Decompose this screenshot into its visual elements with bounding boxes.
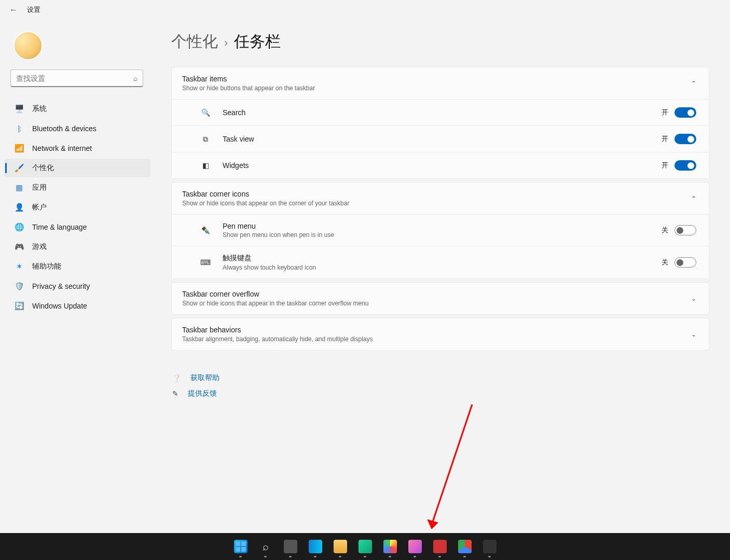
- section-desc: Show or hide icons that appear on the co…: [182, 200, 349, 207]
- search-icon: ⌕: [263, 541, 269, 553]
- nav-icon: 🖌️: [15, 163, 24, 173]
- app-icon: [408, 540, 422, 553]
- nav-icon: 🖥️: [15, 104, 24, 114]
- taskbar: ⌕: [0, 533, 730, 560]
- section-title: Taskbar behaviors: [182, 326, 373, 334]
- row-title: Task view: [223, 135, 662, 143]
- section-taskbar-items-header[interactable]: Taskbar items Show or hide buttons that …: [172, 67, 709, 99]
- taskbar-indicator: [289, 556, 292, 557]
- main-content: 个性化 › 任务栏 Taskbar items Show or hide but…: [171, 31, 709, 401]
- toggle-switch[interactable]: [674, 107, 696, 118]
- row-icon: 🔍: [200, 107, 211, 118]
- sidebar-item-2[interactable]: 📶Network & internet: [4, 139, 150, 158]
- chevron-down-icon: ⌄: [691, 295, 696, 302]
- svg-marker-1: [428, 520, 438, 529]
- breadcrumb-parent[interactable]: 个性化: [171, 31, 218, 52]
- row-desc: Show pen menu icon when pen is in use: [223, 231, 662, 239]
- sidebar-item-label: Windows Update: [32, 302, 87, 310]
- chevron-right-icon: ›: [224, 36, 228, 50]
- breadcrumb-current: 任务栏: [234, 31, 281, 52]
- nav-icon: 🌐: [15, 222, 24, 232]
- search-icon: ⌕: [133, 74, 137, 82]
- taskbar-item-app-rainbow[interactable]: [380, 534, 401, 559]
- sidebar-item-label: 应用: [32, 183, 47, 192]
- sidebar-item-label: Time & language: [32, 223, 87, 231]
- app-icon: [433, 540, 447, 553]
- nav-icon: 👤: [15, 203, 24, 212]
- sidebar-item-label: 辅助功能: [32, 262, 61, 271]
- toggle-switch[interactable]: [674, 160, 696, 171]
- sidebar-item-label: Network & internet: [32, 144, 92, 152]
- feedback-link[interactable]: ✎ 提供反馈: [172, 386, 709, 401]
- section-desc: Show or hide buttons that appear on the …: [182, 85, 315, 92]
- section-desc: Taskbar alignment, badging, automaticall…: [182, 335, 373, 343]
- nav-icon: ᛒ: [15, 124, 24, 133]
- sidebar-item-7[interactable]: 🎮游戏: [4, 237, 150, 256]
- avatar[interactable]: [13, 31, 43, 60]
- taskbar-indicator: [389, 556, 391, 557]
- sidebar-item-3[interactable]: 🖌️个性化: [4, 159, 150, 177]
- taskbar-item-app-green[interactable]: [355, 534, 376, 559]
- taskbar-item-app-camera[interactable]: [479, 534, 500, 559]
- app-icon: [458, 540, 472, 553]
- feedback-label: 提供反馈: [188, 389, 217, 398]
- taskbar-item-start[interactable]: [230, 534, 251, 559]
- toggle-state-label: 关: [662, 226, 668, 235]
- sidebar: ⌕ 🖥️系统ᛒBluetooth & devices📶Network & int…: [0, 26, 156, 316]
- row-title: Widgets: [223, 161, 662, 170]
- row-title: 触摸键盘: [223, 254, 662, 263]
- section-corner-overflow-header[interactable]: Taskbar corner overflow Show or hide ico…: [172, 283, 709, 314]
- taskbar-item-taskview[interactable]: [280, 534, 301, 559]
- taskbar-item-explorer[interactable]: [330, 534, 351, 559]
- row-icon: ◧: [200, 160, 211, 171]
- back-button[interactable]: ←: [9, 5, 18, 15]
- nav-icon: ✶: [15, 262, 24, 271]
- taskbar-item-widgets[interactable]: [305, 534, 326, 559]
- setting-row: 🔍 Search 开: [172, 99, 709, 125]
- setting-row: ◧ Widgets 开: [172, 152, 709, 178]
- help-link[interactable]: ❔ 获取帮助: [172, 370, 709, 386]
- toggle-switch[interactable]: [674, 134, 696, 144]
- section-desc: Show or hide icons that appear in the ta…: [182, 300, 369, 307]
- sidebar-item-0[interactable]: 🖥️系统: [4, 100, 150, 118]
- taskbar-indicator: [264, 556, 267, 557]
- sidebar-item-8[interactable]: ✶辅助功能: [4, 257, 150, 276]
- section-corner-icons-header[interactable]: Taskbar corner icons Show or hide icons …: [172, 183, 709, 214]
- chevron-down-icon: ⌄: [691, 331, 696, 338]
- sidebar-item-label: Privacy & security: [32, 282, 90, 290]
- sidebar-item-4[interactable]: ▦应用: [4, 178, 150, 197]
- search-box[interactable]: ⌕: [10, 69, 143, 87]
- sidebar-item-10[interactable]: 🔄Windows Update: [4, 297, 150, 315]
- toggle-switch[interactable]: [674, 225, 696, 235]
- sidebar-item-9[interactable]: 🛡️Privacy & security: [4, 277, 150, 296]
- taskbar-indicator: [314, 556, 316, 557]
- section-title: Taskbar corner icons: [182, 190, 349, 198]
- taskbar-indicator: [438, 556, 441, 557]
- app-title: 设置: [27, 5, 40, 15]
- app-icon: [383, 540, 397, 553]
- sidebar-item-label: 游戏: [32, 242, 47, 251]
- app-icon: [483, 540, 497, 553]
- taskbar-item-chrome[interactable]: [454, 534, 475, 559]
- toggle-switch[interactable]: [674, 257, 696, 268]
- row-icon: ⧉: [200, 133, 211, 145]
- taskbar-indicator: [463, 556, 466, 557]
- toggle-state-label: 开: [662, 108, 668, 117]
- taskbar-item-search[interactable]: ⌕: [255, 534, 276, 559]
- nav-icon: 🛡️: [15, 282, 24, 291]
- chevron-up-icon: ⌃: [691, 80, 696, 87]
- section-taskbar-behaviors-header[interactable]: Taskbar behaviors Taskbar alignment, bad…: [172, 318, 709, 350]
- app-icon: [334, 540, 347, 553]
- help-label: 获取帮助: [190, 373, 219, 383]
- sidebar-item-1[interactable]: ᛒBluetooth & devices: [4, 119, 150, 138]
- annotation-arrow: [420, 404, 524, 519]
- setting-row: ✒️ Pen menu Show pen menu icon when pen …: [172, 214, 709, 246]
- taskbar-item-app-paint[interactable]: [405, 534, 425, 559]
- sidebar-item-6[interactable]: 🌐Time & language: [4, 218, 150, 236]
- taskbar-item-app-wps[interactable]: [430, 534, 450, 559]
- app-icon: [284, 540, 297, 553]
- taskbar-indicator: [488, 556, 491, 557]
- start-icon: [234, 540, 247, 553]
- search-input[interactable]: [16, 74, 133, 82]
- sidebar-item-5[interactable]: 👤帐户: [4, 198, 150, 217]
